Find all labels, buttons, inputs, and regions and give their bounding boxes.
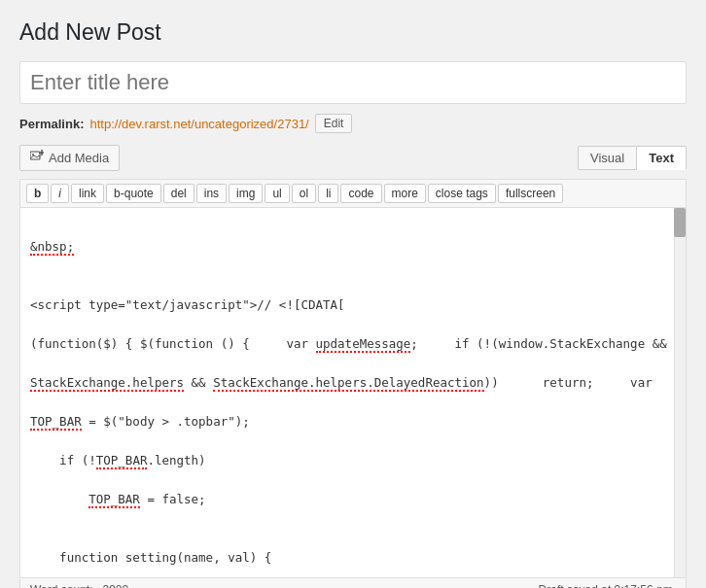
format-fullscreen[interactable]: fullscreen — [498, 184, 563, 203]
format-code[interactable]: code — [340, 184, 381, 203]
code-line: TOP_BAR = $("body > .topbar"); — [30, 412, 676, 432]
scrollbar-thumb[interactable] — [674, 208, 686, 237]
word-count-label: Word count: — [30, 583, 92, 588]
code-line: TOP_BAR = false; — [30, 490, 676, 509]
format-close-tags[interactable]: close tags — [428, 184, 496, 203]
editor-container: &nbsp; <script type="text/javascript">//… — [19, 207, 687, 578]
code-line: if (!TOP_BAR.length) — [30, 451, 676, 470]
format-bquote[interactable]: b-quote — [106, 184, 161, 203]
permalink-url[interactable]: http://dev.rarst.net/uncategorized/2731/ — [89, 117, 308, 131]
format-bold[interactable]: b — [26, 184, 49, 203]
status-bar: Word count: 2900 Draft saved at 9:17:56 … — [19, 578, 687, 588]
format-italic[interactable]: i — [51, 184, 69, 203]
word-count-value: 2900 — [103, 583, 129, 588]
toolbar-row: Add Media Visual Text — [19, 145, 687, 171]
format-del[interactable]: del — [163, 184, 194, 203]
add-media-button[interactable]: Add Media — [19, 145, 120, 171]
draft-status: Draft saved at 9:17:56 pm. — [539, 583, 676, 588]
permalink-row: Permalink: http://dev.rarst.net/uncatego… — [19, 114, 687, 133]
format-link[interactable]: link — [71, 184, 104, 203]
code-line: (function($) { $(function () { var updat… — [30, 334, 676, 354]
page-title: Add New Post — [19, 19, 687, 46]
permalink-label: Permalink: — [19, 117, 84, 131]
format-ins[interactable]: ins — [196, 184, 227, 203]
add-media-icon — [30, 150, 44, 166]
tab-text[interactable]: Text — [637, 146, 687, 170]
permalink-edit-button[interactable]: Edit — [315, 114, 353, 133]
code-line: function setting(name, val) { — [30, 548, 676, 568]
format-ul[interactable]: ul — [265, 184, 289, 203]
format-ol[interactable]: ol — [292, 184, 316, 203]
editor-content[interactable]: &nbsp; <script type="text/javascript">//… — [20, 208, 686, 577]
code-line: &nbsp; — [30, 237, 676, 257]
add-media-label: Add Media — [49, 151, 109, 165]
post-title-input[interactable] — [19, 61, 687, 104]
tab-visual[interactable]: Visual — [578, 146, 637, 170]
format-img[interactable]: img — [229, 184, 263, 203]
format-li[interactable]: li — [318, 184, 338, 203]
code-line: StackExchange.helpers && StackExchange.h… — [30, 373, 676, 393]
view-tabs: Visual Text — [578, 146, 687, 170]
format-more[interactable]: more — [384, 184, 426, 203]
code-line: <script type="text/javascript">// <![CDA… — [30, 295, 676, 315]
spell-error: &nbsp; — [30, 239, 74, 256]
scrollbar[interactable] — [674, 208, 686, 577]
word-count: Word count: 2900 — [30, 583, 128, 588]
format-bar: b i link b-quote del ins img ul ol li co… — [19, 179, 687, 207]
